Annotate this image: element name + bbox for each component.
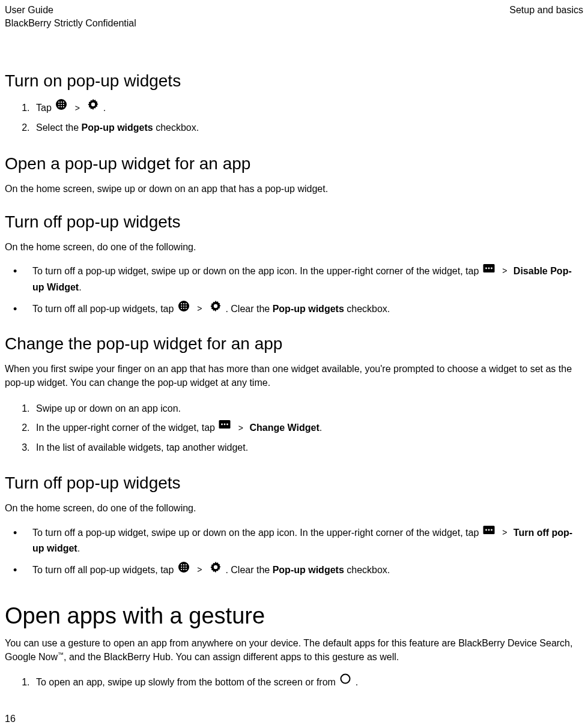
item-text: checkbox.: [344, 304, 390, 314]
step-1: Tap > .: [32, 99, 583, 118]
breadcrumb-separator: >: [75, 100, 80, 116]
section-open-popup-title: Open a pop-up widget for an app: [5, 154, 583, 173]
step-bold: Change Widget: [250, 423, 320, 433]
change-popup-steps: Swipe up or down on an app icon. In the …: [32, 400, 583, 457]
turn-on-popup-steps: Tap > . Select the Pop-up widgets checkb…: [32, 99, 583, 137]
apps-icon: [178, 300, 190, 317]
breadcrumb-separator: >: [502, 526, 507, 540]
step-2: Select the Pop-up widgets checkbox.: [32, 119, 583, 137]
apps-icon: [178, 561, 190, 578]
gear-icon: [210, 300, 222, 317]
section-turn-on-popup-title: Turn on pop-up widgets: [5, 71, 583, 91]
step-text: .: [320, 423, 322, 433]
step-3: In the list of available widgets, tap an…: [32, 439, 583, 457]
item-bold: Pop-up widgets: [273, 304, 344, 314]
item-text: To turn off a pop-up widget, swipe up or…: [32, 528, 482, 538]
list-item: To turn off all pop-up widgets, tap > . …: [5, 562, 583, 579]
section-change-popup-intro: When you first swipe your finger on an a…: [5, 362, 583, 390]
list-item: To turn off a pop-up widget, swipe up or…: [5, 263, 583, 295]
item-text: checkbox.: [344, 565, 390, 575]
header-title: User Guide: [5, 4, 136, 17]
header-section: Setup and basics: [509, 4, 583, 17]
step-2: In the upper-right corner of the widget,…: [32, 419, 583, 438]
item-text: . Clear the: [225, 304, 272, 314]
list-item: To turn off all pop-up widgets, tap > . …: [5, 301, 583, 318]
item-text: To turn off all pop-up widgets, tap: [32, 565, 177, 575]
section-turn-off-popup-intro-2: On the home screen, do one of the follow…: [5, 501, 583, 515]
header-subtitle: BlackBerry Strictly Confidential: [5, 17, 136, 30]
item-bold: Pop-up widgets: [273, 565, 344, 575]
circle-icon: [339, 673, 351, 691]
turn-off-popup-list-1: To turn off a pop-up widget, swipe up or…: [5, 263, 583, 317]
section-turn-off-popup-title-2: Turn off pop-up widgets: [5, 474, 583, 493]
step-text: Tap: [36, 103, 54, 113]
section-change-popup-title: Change the pop-up widget for an app: [5, 334, 583, 353]
turn-off-popup-list-2: To turn off a pop-up widget, swipe up or…: [5, 525, 583, 579]
intro-text: , and the BlackBerry Hub. You can assign…: [64, 652, 399, 662]
apps-icon: [55, 98, 67, 116]
step-bold: Pop-up widgets: [82, 122, 153, 133]
step-1: To open an app, swipe up slowly from the…: [32, 673, 583, 692]
gear-icon: [87, 98, 99, 116]
section-open-apps-gesture-title: Open apps with a gesture: [5, 603, 583, 629]
more-icon: [219, 418, 231, 436]
step-text: checkbox.: [153, 122, 199, 133]
item-text: . Clear the: [225, 565, 272, 575]
gear-icon: [210, 561, 222, 578]
step-text: Select the: [36, 122, 82, 133]
more-icon: [483, 524, 495, 541]
breadcrumb-separator: >: [238, 420, 243, 436]
step-text: .: [356, 677, 358, 687]
page-header: User Guide BlackBerry Strictly Confident…: [5, 4, 583, 29]
page-number: 16: [5, 714, 16, 724]
more-icon: [483, 262, 495, 279]
section-turn-off-popup-intro-1: On the home screen, do one of the follow…: [5, 240, 583, 254]
step-text: To open an app, swipe up slowly from the…: [36, 677, 338, 687]
breadcrumb-separator: >: [197, 564, 202, 577]
section-open-apps-gesture-intro: You can use a gesture to open an app fro…: [5, 636, 583, 664]
section-open-popup-body: On the home screen, swipe up or down on …: [5, 182, 583, 196]
step-text: In the upper-right corner of the widget,…: [36, 423, 217, 433]
item-text: .: [77, 543, 80, 553]
trademark-symbol: ™: [58, 651, 64, 658]
section-turn-off-popup-title-1: Turn off pop-up widgets: [5, 212, 583, 232]
step-text: .: [103, 103, 106, 113]
breadcrumb-separator: >: [502, 265, 507, 278]
step-1: Swipe up or down on an app icon.: [32, 400, 583, 418]
list-item: To turn off a pop-up widget, swipe up or…: [5, 525, 583, 557]
open-apps-gesture-steps: To open an app, swipe up slowly from the…: [32, 673, 583, 692]
breadcrumb-separator: >: [197, 302, 202, 316]
item-text: To turn off a pop-up widget, swipe up or…: [32, 266, 482, 276]
item-text: To turn off all pop-up widgets, tap: [32, 304, 177, 314]
item-text: .: [79, 282, 81, 292]
